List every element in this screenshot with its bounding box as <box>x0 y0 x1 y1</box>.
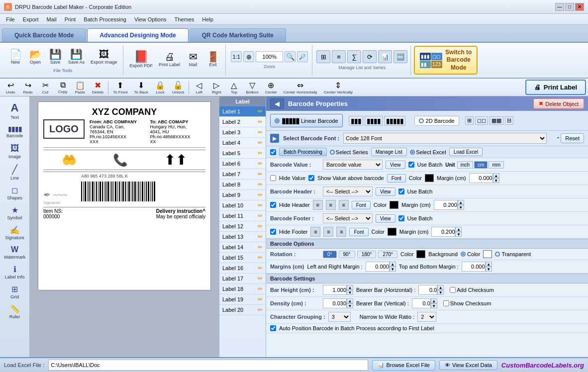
add-checksum-checkbox[interactable] <box>450 287 456 293</box>
redo-button[interactable]: ↪ Redo <box>19 79 36 96</box>
zoom-in-button[interactable]: 🔍 <box>285 51 295 62</box>
rotation-270-button[interactable]: 270° <box>378 251 397 258</box>
value-margin-down[interactable]: ▼ <box>493 178 499 183</box>
font-select-dropdown[interactable]: Code 128 Font <box>343 133 547 144</box>
load-excel-btn[interactable]: Load Excel <box>449 148 483 156</box>
bar-height-down[interactable]: ▼ <box>347 290 353 295</box>
footer-use-batch-checkbox[interactable] <box>398 215 404 221</box>
label-list-item-4[interactable]: Label 4✏ <box>219 138 266 148</box>
align-left-button[interactable]: ◁ Left <box>191 79 207 96</box>
tb-margin-down[interactable]: ▼ <box>486 267 492 272</box>
density-input[interactable] <box>323 298 347 308</box>
tab-advanced-designing[interactable]: Advanced Designing Mode <box>87 28 188 42</box>
header-margin-down[interactable]: ▼ <box>458 205 464 210</box>
barcode-value-select[interactable]: Barcode value <box>323 160 383 170</box>
header-margin-up[interactable]: ▲ <box>458 200 464 205</box>
menu-view[interactable]: View Options <box>130 15 171 23</box>
export-image-button[interactable]: 🖼 Export Image <box>88 48 120 66</box>
show-checksum-checkbox[interactable] <box>443 300 449 306</box>
hide-footer-checkbox[interactable] <box>270 229 276 235</box>
sidebar-item-image[interactable]: 🖼 Image <box>1 141 29 161</box>
cut-button[interactable]: ✂ Cut <box>37 79 54 96</box>
menu-mail[interactable]: Mail <box>43 15 61 23</box>
manage-icon-4[interactable]: ⟳ <box>363 50 377 63</box>
barcode-color-box[interactable] <box>416 250 425 258</box>
use-batch-checkbox[interactable] <box>408 162 414 168</box>
header-align-center[interactable]: ≡ <box>326 200 336 210</box>
sidebar-item-label-info[interactable]: ℹ Label Info <box>1 263 29 281</box>
exit-button[interactable]: 🚪 Exit <box>203 50 222 69</box>
header-view-button[interactable]: View <box>376 187 395 196</box>
save-as-button[interactable]: 💾 Save As <box>66 48 87 66</box>
unit-cm-button[interactable]: cm <box>474 161 488 169</box>
delete-object-button[interactable]: ✖ Delete Object <box>533 98 584 109</box>
reset-button[interactable]: Reset <box>561 133 584 143</box>
manage-icon-6[interactable]: 🔤 <box>393 50 407 63</box>
bearer-horiz-input[interactable] <box>418 285 437 295</box>
header-align-left[interactable]: ≡ <box>313 200 323 210</box>
label-list-item-15[interactable]: Label 15✏ <box>219 253 266 263</box>
header-use-batch-checkbox[interactable] <box>398 188 404 194</box>
label-canvas[interactable]: XYZ COMPANY LOGO From: ABC COMPANY Canad… <box>38 101 211 290</box>
menu-help[interactable]: Help <box>198 15 217 23</box>
unlock-button[interactable]: 🔓 Unlock <box>169 79 187 96</box>
align-right-button[interactable]: ▷ Right <box>208 79 225 96</box>
export-pdf-button[interactable]: 📕 Export PDF <box>127 49 156 70</box>
view-excel-button[interactable]: 👁 View Excel Data <box>439 360 497 370</box>
zoom-equal-button[interactable]: 1:1 <box>231 51 242 62</box>
footer-align-center[interactable]: ≡ <box>323 227 333 237</box>
rotation-180-button[interactable]: 180° <box>357 251 377 258</box>
align-bottom-button[interactable]: ▽ Bottom <box>243 79 261 96</box>
bearer-vert-up[interactable]: ▲ <box>431 298 437 303</box>
lr-margin-up[interactable]: ▲ <box>390 262 396 267</box>
qr-2d-barcode-radio[interactable]: 2D Barcode <box>414 116 459 126</box>
label-list-item-16[interactable]: Label 16✏ <box>219 263 266 274</box>
lr-margin-down[interactable]: ▼ <box>390 267 396 272</box>
label-list-item-20[interactable]: Label 20✏ <box>219 305 266 315</box>
bar-height-up[interactable]: ▲ <box>347 285 353 290</box>
delete-button[interactable]: ✖ Delete <box>89 79 106 96</box>
label-list-item-9[interactable]: Label 9✏ <box>219 190 266 200</box>
footer-font-button[interactable]: Font <box>349 228 368 236</box>
label-list-item-18[interactable]: Label 18✏ <box>219 284 266 294</box>
bg-color-radio[interactable] <box>461 252 466 257</box>
label-list-item-14[interactable]: Label 14✏ <box>219 242 266 253</box>
header-align-right[interactable]: ≡ <box>339 200 349 210</box>
minimize-button[interactable]: — <box>555 3 564 11</box>
mail-button[interactable]: ✉ Mail <box>184 50 202 69</box>
linear-barcode-radio[interactable]: ▮▮▮▮▮ Linear Barcode <box>270 114 343 127</box>
menu-themes[interactable]: Themes <box>171 15 198 23</box>
menu-print[interactable]: Print <box>61 15 80 23</box>
hide-header-checkbox[interactable] <box>270 202 276 208</box>
excel-path-input[interactable] <box>48 360 368 371</box>
label-list-item-6[interactable]: Label 6✏ <box>219 159 266 169</box>
bearer-vert-down[interactable]: ▼ <box>431 303 437 308</box>
lock-button[interactable]: 🔒 Lock <box>152 79 169 96</box>
rotation-90-button[interactable]: 90° <box>339 251 355 258</box>
barcode-value-view-button[interactable]: View <box>386 161 405 169</box>
save-button[interactable]: 💾 Save <box>46 48 65 66</box>
header-font-button[interactable]: Font <box>352 201 371 209</box>
sidebar-item-signature[interactable]: ✍ Signature <box>1 223 29 242</box>
sidebar-item-shapes[interactable]: ◻ Shapes <box>1 184 29 202</box>
label-list-item-17[interactable]: Label 17✏ <box>219 274 266 284</box>
show-value-above-checkbox[interactable] <box>308 175 314 181</box>
new-button[interactable]: 📄 New <box>6 48 25 66</box>
label-list-item-2[interactable]: Label 2✏ <box>219 117 266 127</box>
footer-align-right[interactable]: ≡ <box>336 227 346 237</box>
center-button[interactable]: ⊕ Center <box>262 79 280 96</box>
tab-quick-barcode[interactable]: Quick Barcode Mode <box>2 28 86 42</box>
bar-height-input[interactable] <box>323 285 347 295</box>
label-list-item-11[interactable]: Label 11✏ <box>219 211 266 221</box>
label-list-item-12[interactable]: Label 12✏ <box>219 221 266 232</box>
center-v-button[interactable]: ⇕ Center Vertically <box>321 79 356 96</box>
footer-align-left[interactable]: ≡ <box>310 227 320 237</box>
unit-mm-button[interactable]: mm <box>489 161 504 169</box>
print-label-button[interactable]: 🖨 Print Label <box>525 80 586 95</box>
footer-color-box[interactable] <box>388 228 396 236</box>
print-label-toolbar-button[interactable]: 🖨 Print Label <box>156 50 183 69</box>
barcode-footer-select[interactable]: <-- Select --> <box>323 213 373 223</box>
zoom-out-button[interactable]: 🔎 <box>297 51 308 62</box>
switch-barcode-mode-button[interactable]: ▮▮▮ ◻◻ ▮▮ 123 Switch toBarcodeMode <box>414 46 478 75</box>
to-front-button[interactable]: ⬆ To Front <box>110 79 130 96</box>
